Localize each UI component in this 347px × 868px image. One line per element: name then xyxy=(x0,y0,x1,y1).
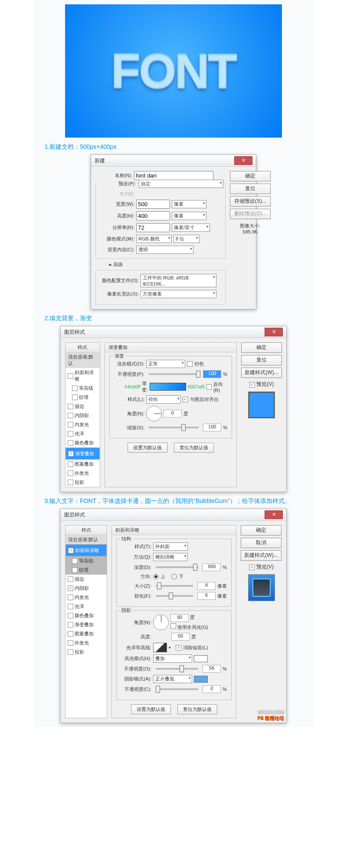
style-stroke[interactable]: 描边 xyxy=(65,402,100,411)
aspect-label: 像素长宽比(X): xyxy=(98,291,139,297)
sh-opacity-input[interactable]: 0 xyxy=(203,685,221,693)
style-gradient-overlay[interactable]: 渐变叠加 xyxy=(65,447,100,460)
height-unit[interactable]: 像素 xyxy=(172,212,206,220)
shadow-mode-select[interactable]: 正片叠底 xyxy=(153,675,192,683)
style-texture[interactable]: 纹理 xyxy=(65,393,100,402)
name-input[interactable] xyxy=(134,171,213,180)
style-inner-glow[interactable]: 内发光 xyxy=(65,593,107,602)
scale-slider[interactable] xyxy=(149,427,199,428)
cancel-button[interactable]: 复位 xyxy=(241,355,282,365)
bevel-style-select[interactable]: 外斜面 xyxy=(153,542,188,551)
preview-checkbox[interactable] xyxy=(249,382,255,388)
reverse-checkbox[interactable] xyxy=(206,384,211,390)
new-style-button[interactable]: 新建样式(W)... xyxy=(241,368,282,378)
style-pattern-overlay[interactable]: 图案叠加 xyxy=(65,460,100,469)
global-light-checkbox[interactable] xyxy=(170,623,176,629)
sh-opacity-slider[interactable] xyxy=(156,688,198,690)
gradient-bar[interactable] xyxy=(150,383,186,391)
size-input[interactable]: 8 xyxy=(197,582,216,590)
close-icon[interactable]: ✕ xyxy=(265,510,283,519)
style-bevel[interactable]: 斜面和浮雕 xyxy=(65,368,100,384)
antialias-checkbox[interactable] xyxy=(176,645,181,651)
scale-input[interactable]: 100 xyxy=(203,424,221,431)
align-checkbox[interactable] xyxy=(183,397,188,402)
angle-input[interactable]: 90 xyxy=(170,614,189,622)
depth-input[interactable]: 900 xyxy=(203,563,221,571)
soften-slider[interactable] xyxy=(156,595,193,597)
shadow-color-swatch[interactable] xyxy=(194,676,208,683)
direction-down-radio[interactable] xyxy=(171,574,177,579)
close-icon[interactable]: ✕ xyxy=(234,156,252,165)
blending-options[interactable]: 混合选项:默认 xyxy=(65,535,107,544)
style-inner-shadow[interactable]: 内阴影 xyxy=(65,411,100,420)
style-pattern-overlay[interactable]: 图案叠加 xyxy=(65,629,107,638)
blending-options[interactable]: 混合选项:默认 xyxy=(65,352,100,368)
aspect-select[interactable]: 方形像素 xyxy=(141,290,216,298)
blend-mode-select[interactable]: 正常 xyxy=(146,360,185,368)
style-contour[interactable]: 等高线 xyxy=(65,384,100,393)
style-outer-glow[interactable]: 外发光 xyxy=(65,638,107,648)
delete-preset-button: 删除预设(D)... xyxy=(230,209,271,219)
gloss-contour[interactable] xyxy=(153,643,167,652)
opacity-input[interactable]: 100 xyxy=(203,370,221,378)
altitude-input[interactable]: 50 xyxy=(171,633,190,641)
style-satin[interactable]: 光泽 xyxy=(65,602,107,611)
mode-select[interactable]: RGB 颜色 xyxy=(136,235,172,243)
height-input[interactable] xyxy=(136,211,170,220)
grad-style-select[interactable]: 径向 xyxy=(146,395,181,404)
style-color-overlay[interactable]: 颜色叠加 xyxy=(65,438,100,447)
cancel-button[interactable]: 取消 xyxy=(241,538,282,548)
angle-dial[interactable] xyxy=(153,615,169,630)
preview-checkbox[interactable] xyxy=(249,565,255,570)
set-default-button[interactable]: 设置为默认值 xyxy=(128,443,167,453)
style-inner-shadow[interactable]: 内阴影 xyxy=(65,584,107,593)
size-slider[interactable] xyxy=(156,585,193,587)
style-drop-shadow[interactable]: 投影 xyxy=(65,648,107,657)
ok-button[interactable]: 确定 xyxy=(241,525,282,536)
advanced-toggle[interactable]: 高级 xyxy=(108,261,226,268)
bit-select[interactable]: 8 位 xyxy=(174,235,200,243)
style-contour[interactable]: 等高线 xyxy=(65,556,107,566)
layer-style-dialog-gradient: 图层样式✕ 样式 混合选项:默认 斜面和浮雕 等高线 纹理 描边 内阴影 内发光… xyxy=(60,326,287,492)
res-unit[interactable]: 像素/英寸 xyxy=(172,224,210,232)
hl-opacity-slider[interactable] xyxy=(156,668,198,670)
new-style-button[interactable]: 新建样式(W)... xyxy=(241,550,282,561)
reset-default-button[interactable]: 复位为默认值 xyxy=(174,443,214,453)
save-preset-button[interactable]: 存储预设(S)... xyxy=(230,196,271,207)
style-gradient-overlay[interactable]: 渐变叠加 xyxy=(65,620,107,629)
soften-input[interactable]: 6 xyxy=(197,592,216,600)
angle-input[interactable]: 0 xyxy=(164,410,182,418)
dither-checkbox[interactable] xyxy=(187,361,193,367)
panel-title: 斜面和浮雕 xyxy=(112,526,236,535)
reset-default-button[interactable]: 复位为默认值 xyxy=(177,704,217,714)
style-inner-glow[interactable]: 内发光 xyxy=(65,420,100,429)
style-drop-shadow[interactable]: 投影 xyxy=(65,478,100,487)
profile-select[interactable]: 工作中的 RGB: sRGB IEC6196... xyxy=(141,274,216,287)
preview-swatch xyxy=(248,574,275,601)
res-input[interactable] xyxy=(136,223,170,232)
style-bevel[interactable]: 斜面和浮雕 xyxy=(65,544,107,556)
highlight-mode-select[interactable]: 叠加 xyxy=(153,654,192,663)
style-outer-glow[interactable]: 外发光 xyxy=(65,469,100,478)
close-icon[interactable]: ✕ xyxy=(265,328,283,336)
highlight-color-swatch[interactable] xyxy=(194,655,208,662)
style-color-overlay[interactable]: 颜色叠加 xyxy=(65,611,107,620)
technique-select[interactable]: 雕刻清晰 xyxy=(153,553,188,561)
direction-up-radio[interactable] xyxy=(153,574,159,579)
ok-button[interactable]: 确定 xyxy=(241,342,282,353)
width-input[interactable] xyxy=(136,200,170,209)
style-texture[interactable]: 纹理 xyxy=(65,566,107,575)
styles-list: 样式 混合选项:默认 斜面和浮雕 等高线 纹理 描边 内阴影 内发光 光泽 颜色… xyxy=(65,342,100,487)
style-stroke[interactable]: 描边 xyxy=(65,575,107,584)
set-default-button[interactable]: 设置为默认值 xyxy=(131,704,171,714)
bg-select[interactable]: 透明 xyxy=(136,246,193,254)
ok-button[interactable]: 确定 xyxy=(230,171,271,181)
width-unit[interactable]: 像素 xyxy=(172,200,206,208)
preset-select[interactable]: 自定 xyxy=(139,180,223,188)
opacity-slider[interactable] xyxy=(149,373,199,375)
style-satin[interactable]: 光泽 xyxy=(65,429,100,438)
hl-opacity-input[interactable]: 56 xyxy=(203,665,221,673)
depth-slider[interactable] xyxy=(156,566,198,568)
cancel-button[interactable]: 复位 xyxy=(230,184,271,194)
angle-dial[interactable] xyxy=(146,406,162,421)
